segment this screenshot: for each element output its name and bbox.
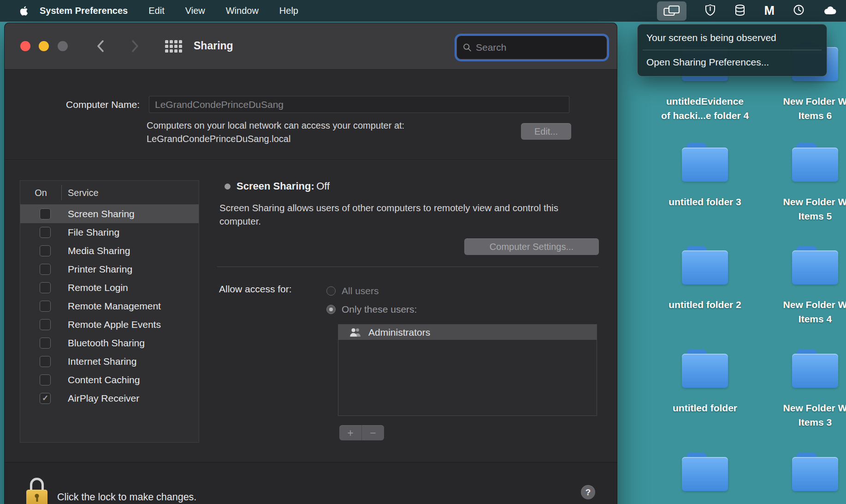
only-these-users-radio[interactable] [326,305,336,314]
all-users-radio[interactable] [326,286,336,296]
menu-bar: System Preferences EditViewWindowHelp M [0,0,846,22]
status-dot-icon [225,184,231,190]
computer-name-info-line1: Computers on your local network can acce… [147,119,404,132]
service-label: Media Sharing [68,245,130,256]
service-label: Remote Management [68,301,161,312]
service-checkbox[interactable] [40,282,51,293]
service-row[interactable]: Remote Apple Events [20,315,199,334]
desktop-folder[interactable]: untitled folder [659,349,751,415]
computer-name-field[interactable]: LeGrandCondePrinceDuSang [149,96,569,113]
service-checkbox[interactable] [40,319,51,330]
desktop-folder[interactable]: New Folder WItems 4 [769,246,846,326]
clock-icon[interactable] [793,4,805,18]
service-label: Bluetooth Sharing [68,338,145,349]
menu-window[interactable]: Window [226,6,259,16]
folder-icon[interactable] [792,349,838,388]
mail-m-icon[interactable]: M [764,5,775,17]
help-button[interactable]: ? [581,485,595,499]
cloud-icon[interactable] [823,5,837,17]
folder-label: untitled folder [659,401,751,415]
status-value: Off [316,180,330,192]
screen-mirroring-icon [663,5,680,17]
add-user-button[interactable]: + [339,425,361,440]
folder-icon[interactable] [792,143,838,182]
folder-icon[interactable] [792,452,838,491]
folder-label: New Folder WItems 3 [769,401,846,429]
service-label: Content Caching [68,374,140,385]
allowed-users-list[interactable]: Administrators [338,324,597,416]
service-label: Remote Login [68,282,128,293]
menu-app-name[interactable]: System Preferences [40,6,128,16]
service-checkbox[interactable] [40,245,51,256]
lock-message: Click the lock to make changes. [57,490,196,504]
show-all-grid-icon[interactable] [165,40,182,53]
remove-user-button[interactable]: − [362,425,384,440]
service-row[interactable]: Printer Sharing [20,260,199,279]
desktop-folder[interactable]: untitled folder 2 [659,246,751,312]
forward-button[interactable] [130,39,141,55]
service-checkbox[interactable] [40,208,51,219]
desktop-folder[interactable] [769,452,846,491]
minimize-button[interactable] [39,41,49,51]
search-input[interactable] [476,42,601,53]
zoom-button[interactable] [58,41,68,51]
service-row[interactable]: AirPlay Receiver [20,389,199,408]
folder-icon[interactable] [682,349,728,388]
screen-observed-menu: Your screen is being observed Open Shari… [637,24,827,77]
screen-observed-status: Your screen is being observed [638,30,827,46]
apple-logo-icon[interactable] [19,6,29,16]
section-divider [5,160,617,160]
window-title: Sharing [194,40,233,52]
services-header: On Service [20,181,199,205]
service-checkbox[interactable] [40,301,51,312]
menu-edit[interactable]: Edit [148,6,164,16]
users-rows: Administrators [338,325,597,340]
folder-icon[interactable] [682,246,728,285]
service-row[interactable]: Remote Management [20,297,199,315]
only-these-users-option[interactable]: Only these users: [326,304,417,315]
all-users-label: All users [342,285,379,296]
service-row[interactable]: Internet Sharing [20,352,199,371]
desktop-folder[interactable] [659,452,751,491]
screen-sharing-status: Screen Sharing: Off [225,180,330,192]
folder-icon[interactable] [682,452,728,491]
user-row[interactable]: Administrators [338,325,597,340]
shield-icon[interactable] [705,4,716,18]
service-row[interactable]: Screen Sharing [20,205,199,223]
service-row[interactable]: File Sharing [20,223,199,242]
open-sharing-preferences-item[interactable]: Open Sharing Preferences... [638,54,827,71]
folder-icon[interactable] [792,246,838,285]
search-field[interactable] [456,36,607,59]
service-checkbox[interactable] [40,356,51,367]
service-label: AirPlay Receiver [68,393,139,404]
service-row[interactable]: Bluetooth Sharing [20,334,199,352]
service-row[interactable]: Content Caching [20,371,199,389]
service-label: Remote Apple Events [68,319,161,330]
screen-mirroring-indicator[interactable] [657,1,686,21]
service-checkbox[interactable] [40,227,51,238]
desktop-folder[interactable]: New Folder WItems 5 [769,143,846,223]
folder-label: New Folder WItems 6 [769,94,846,123]
stack-icon[interactable] [734,4,746,18]
lock-icon[interactable] [26,478,47,504]
service-checkbox[interactable] [40,338,51,349]
menu-separator [643,50,822,50]
close-button[interactable] [20,41,30,51]
desktop-folder[interactable]: untitled folder 3 [659,143,751,209]
menu-view[interactable]: View [185,6,205,16]
computer-settings-button[interactable]: Computer Settings... [464,238,599,255]
service-checkbox[interactable] [40,374,51,385]
window-titlebar[interactable]: Sharing [5,23,617,70]
service-row[interactable]: Media Sharing [20,242,199,260]
service-checkbox[interactable] [40,393,51,404]
menu-help[interactable]: Help [279,6,298,16]
back-button[interactable] [95,39,106,55]
desktop-folder[interactable]: New Folder WItems 3 [769,349,846,429]
service-checkbox[interactable] [40,264,51,275]
edit-button[interactable]: Edit... [521,123,571,140]
service-row[interactable]: Remote Login [20,279,199,297]
folder-icon[interactable] [682,143,728,182]
service-label: Screen Sharing [68,208,135,219]
folder-label: New Folder WItems 4 [769,297,846,326]
all-users-option[interactable]: All users [326,285,379,296]
